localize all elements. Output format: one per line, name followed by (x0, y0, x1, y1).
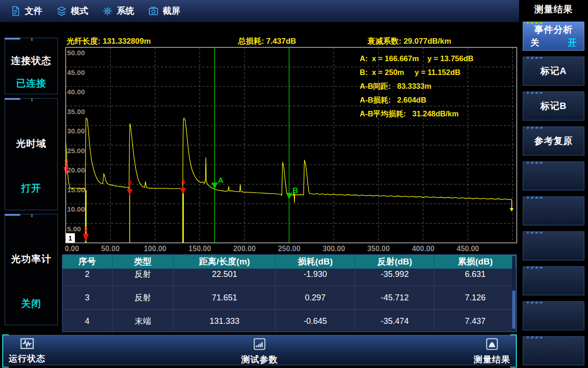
table-row[interactable]: 2反射22.501-1.930-35.9926.631 (62, 269, 516, 286)
spectrum-icon (485, 337, 499, 353)
marker-B-triangle (286, 193, 292, 199)
y-tick-label: 20.00 (67, 166, 85, 174)
table-cell: 4 (62, 310, 113, 332)
table-header-1: 序号 (62, 255, 113, 269)
table-scrollbar-thumb[interactable] (512, 290, 515, 329)
bottom-tab-测量结果[interactable]: 测量结果 (474, 337, 510, 366)
table-row[interactable]: 3反射71.6510.297-45.7127.126 (62, 286, 516, 310)
x-tick-label: 450.00 (457, 245, 479, 253)
camera-icon (148, 6, 159, 17)
bottom-tab-label: 运行状态 (9, 353, 45, 365)
trace-end-arrow (510, 208, 514, 212)
bar-chart-icon (253, 337, 266, 353)
softkey-label: 参考复原 (534, 135, 573, 147)
softkey-empty-5[interactable] (523, 161, 584, 190)
corner-slashes-icon (527, 161, 543, 164)
menu-item-2[interactable]: 模式 (56, 5, 88, 17)
x-tick-label: 150.00 (188, 245, 211, 253)
left-corner-bracket (2, 334, 9, 368)
panel-title: 连接状态 (11, 54, 51, 67)
x-tick-label: 350.00 (367, 245, 390, 253)
table-row[interactable]: 4末端131.333-0.645-35.4747.437 (62, 310, 516, 332)
table-header-5: 反射(dB) (355, 255, 435, 269)
marker-ab-readout: A: x = 166.667m y = 13.756dBB: x = 250m … (360, 52, 474, 121)
y-tick-label: 35.00 (67, 108, 85, 115)
softkey-empty-10[interactable] (523, 336, 584, 365)
right-softkey-sidebar: 测量结果 事件分析关开标记A标记B参考复原 (519, 0, 588, 368)
top-menu-bar: 文件模式系统截屏 (0, 0, 519, 22)
event-2-number: 2 (84, 226, 88, 234)
menu-item-label: 文件 (25, 5, 42, 17)
marker-B-label: B (292, 186, 298, 195)
bottom-tab-运行状态[interactable]: 运行状态 (9, 337, 45, 365)
event-3-number: 3 (128, 178, 131, 186)
total-loss-readout: 总损耗: 7.437dB (238, 36, 296, 46)
table-header-4: 损耗(dB) (276, 255, 355, 269)
trace-badge-number: 1 (68, 234, 72, 242)
softkey-label: 事件分析 (534, 23, 573, 36)
bottom-tab-label: 测量结果 (474, 354, 510, 366)
bottom-tab-测试参数[interactable]: 测试参数 (241, 337, 278, 366)
menu-item-label: 模式 (71, 5, 88, 17)
softkey-参考复原[interactable]: 参考复原 (523, 126, 584, 155)
readout-line: B: x = 250m y = 11.152dB (360, 65, 474, 79)
softkey-empty-9[interactable] (523, 301, 584, 330)
bottom-tab-bar: 运行状态 测试参数 测量结果 (3, 335, 516, 365)
softkey-label: 标记B (540, 100, 566, 112)
event-4-number: 4 (181, 178, 185, 185)
corner-slashes-icon (527, 301, 543, 304)
menu-item-4[interactable]: 截屏 (148, 5, 180, 17)
panel-value: 关闭 (21, 297, 41, 310)
y-tick-label: 45.00 (67, 69, 85, 76)
event-table: 序号类型距离/长度(m)损耗(dB)反射(dB)累损(dB) 2反射22.501… (62, 254, 517, 332)
softkey-empty-6[interactable] (523, 196, 584, 225)
layers-icon (56, 6, 67, 17)
table-header-2: 类型 (113, 255, 174, 269)
menu-item-3[interactable]: 系统 (102, 5, 134, 17)
bottom-tab-label: 测试参数 (241, 354, 278, 366)
event-table-header: 序号类型距离/长度(m)损耗(dB)反射(dB)累损(dB) (62, 255, 516, 269)
menu-item-label: 系统 (117, 5, 134, 17)
panel-value: 已连接 (16, 77, 46, 90)
table-cell: 7.126 (435, 286, 516, 309)
panel-光功率计[interactable]: 光功率计 关闭 (5, 214, 58, 325)
menu-item-1[interactable]: 文件 (10, 5, 42, 17)
event-2-arrow (83, 234, 89, 242)
event-3-arrow (127, 189, 133, 195)
y-tick-label: 40.00 (67, 88, 85, 96)
softkey-标记B[interactable]: 标记B (523, 92, 584, 121)
softkey-empty-8[interactable] (523, 266, 584, 295)
y-tick-label: 25.00 (67, 147, 85, 155)
menu-item-label: 截屏 (163, 5, 180, 17)
corner-slashes-icon (527, 196, 543, 199)
readout-line: A: x = 166.667m y = 13.756dB (360, 52, 474, 65)
readout-line: A-B损耗: 2.604dB (360, 93, 474, 107)
x-tick-label: 250.00 (278, 245, 300, 253)
otdr-trace (66, 118, 512, 203)
table-cell: -1.930 (276, 269, 355, 286)
table-cell: -0.645 (276, 310, 355, 332)
softkey-标记A[interactable]: 标记A (523, 57, 584, 86)
table-cell: 22.501 (174, 269, 276, 286)
x-tick-label: 50.00 (101, 245, 119, 253)
right-corner-bracket (510, 334, 517, 368)
table-cell: 6.631 (435, 269, 516, 286)
file-icon (10, 6, 21, 17)
corner-slashes-icon (527, 126, 543, 129)
event-4-arrow (180, 188, 186, 194)
table-header-3: 距离/长度(m) (174, 255, 276, 269)
y-tick-label: 10.00 (67, 205, 85, 213)
softkey-empty-7[interactable] (523, 231, 584, 260)
x-tick-label: 300.00 (322, 245, 345, 253)
corner-slashes-icon (527, 57, 543, 59)
table-cell: 0.297 (276, 286, 355, 309)
panel-光时域[interactable]: 光时域 打开 (5, 98, 58, 210)
right-sidebar-title: 测量结果 (519, 0, 588, 16)
toggle-on-label: 开 (568, 37, 577, 49)
softkey-事件分析[interactable]: 事件分析关开 (523, 22, 584, 51)
event-table-body: 2反射22.501-1.930-35.9926.6313反射71.6510.29… (62, 269, 516, 332)
corner-slashes-icon (527, 336, 543, 339)
table-cell: -35.474 (355, 310, 435, 332)
table-cell: 7.437 (435, 310, 516, 332)
gear-icon (102, 6, 113, 17)
